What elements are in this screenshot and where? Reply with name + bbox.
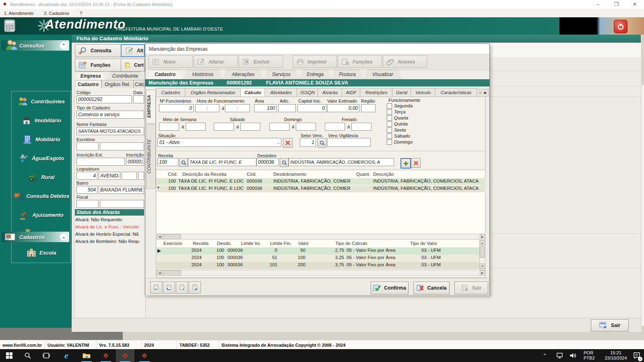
escritorio-num-field[interactable] [76,142,99,150]
nav-last-button[interactable] [189,282,201,294]
certidoes-button[interactable]: Cert [121,59,145,72]
receita-code-field[interactable] [157,158,178,166]
itab-calculo[interactable]: Cálculo [240,88,265,97]
sidebar-item-imobiliario[interactable]: Imobiliário [12,112,70,128]
main-vertical-scrollbar[interactable] [641,85,644,326]
sabado-fim[interactable] [240,123,260,131]
speaker-icon[interactable] [569,349,577,362]
logradouro-extra2-field[interactable] [138,172,144,180]
itab-restricoes[interactable]: Restrições [360,88,393,97]
itab-orgaos-relacionados[interactable]: Orgãos Relacionados [185,88,241,97]
fiscal-num-field[interactable] [76,200,99,208]
subtab-orgaos-rel[interactable]: Orgãos Rel. [101,80,134,89]
itab-caracteristicas[interactable]: Características [435,88,477,97]
nav-next-button[interactable] [176,282,188,294]
faixa-row[interactable]: 2024 100 000036 101 200 3,75 05 - Valor … [157,262,479,269]
hora-fim-field[interactable] [225,104,250,112]
checkbox-quinta[interactable] [387,121,392,127]
funcoes-tb-button[interactable]: Funções [338,56,382,68]
dtab-cadastro[interactable]: Cadastro [147,70,183,79]
collapse-chevron-icon[interactable]: ⌃ [60,42,67,49]
add-receita-button[interactable] [400,158,411,169]
scroll-left-icon[interactable]: ◀ [157,234,162,239]
nav-prev-button[interactable] [163,282,175,294]
sidebar-item-consulta-debitos[interactable]: Consulta Débitos [12,188,70,204]
logradouro-num-field[interactable] [76,172,97,180]
sidebar-section-cadastros[interactable]: Cadastros ⌄ [2,232,69,242]
receita-lookup-button[interactable] [179,158,188,167]
main-sair-button[interactable]: Sair [591,319,629,331]
network-icon[interactable] [556,349,564,362]
tab-empresa[interactable]: Empresa [75,72,106,80]
sidebar-item-agua-esgoto[interactable]: Água/Esgoto [12,150,70,166]
scroll-right-icon[interactable]: ▶ [480,270,485,276]
sidebar-section-consultas[interactable]: Consultas ⌃ [2,40,69,51]
bairro-num-field[interactable] [76,186,97,194]
codigo-field[interactable] [76,95,132,103]
subtab-calculo[interactable]: Cálc [134,80,146,89]
alterar-button[interactable]: Alt [121,44,145,57]
notifications-button[interactable]: 1 [633,349,641,362]
hora-inicio-field[interactable] [195,104,219,112]
app-window-2-button-active[interactable] [116,349,134,362]
anexos-button[interactable]: Anexos [383,56,427,68]
situacao-clear-button[interactable] [283,138,293,148]
valor-estimado-field[interactable] [327,104,359,112]
receita-desc-field[interactable] [188,158,256,166]
fiscal-field[interactable] [100,200,144,208]
faixa-row[interactable]: 2024 100 000036 51 100 3,25 05 - Valor F… [157,255,479,262]
func-field[interactable] [159,104,194,112]
checkbox-sexta[interactable] [387,128,392,133]
subtab-cadastro[interactable]: Cadastro [75,80,101,89]
nome-fantasia-field[interactable] [76,127,144,135]
close-button[interactable]: ✕ [625,0,644,9]
power-button[interactable] [614,20,627,33]
meio-semana-inicio[interactable] [159,123,179,131]
receitas-row[interactable]: 100 TAXA DE LIC. P/ FUNC. E LOC 000036 I… [157,178,485,185]
sidebar-item-escola[interactable]: Escola [12,245,70,261]
escritorio-field[interactable] [100,142,144,150]
maximize-button[interactable]: ❐ [607,0,625,9]
capital-field[interactable] [297,104,326,112]
menu-atendimento[interactable]: 1. Atendimento [4,11,33,16]
dialog-sair-button[interactable]: Sair [454,282,488,294]
checkbox-sabado[interactable] [387,134,392,139]
faixas-vscrollbar[interactable]: ▲ ▼ [479,240,485,269]
tray-chevron[interactable]: ⌃ [543,349,547,362]
data-field[interactable] [133,95,144,103]
domingo-fim[interactable] [296,123,316,131]
tray-clock[interactable]: 15:21 23/10/2024 [601,349,631,362]
funcoes-button[interactable]: Funções [75,59,125,72]
nav-first-button[interactable] [150,282,162,294]
sidebar-item-contribuintes[interactable]: Contribuintes [12,93,70,109]
app-window-3-button[interactable] [135,349,154,362]
checkbox-quarta[interactable] [387,115,392,121]
dtab-alteracoes[interactable]: Alterações [223,70,264,79]
checkbox-segunda[interactable] [387,103,392,109]
alterar-tb-button[interactable]: Alterar [194,56,238,68]
feriado-fim[interactable] [351,123,372,131]
task-view-button[interactable] [37,349,56,362]
dtab-historicos[interactable]: Históricos [183,70,223,79]
scroll-up-icon[interactable]: ▲ [480,241,485,246]
itab-cadastro[interactable]: Cadastro [156,88,186,97]
itab-veiculo[interactable]: Veículo [411,88,436,97]
scroll-down-icon[interactable]: ▼ [480,263,485,269]
setor-venc-field[interactable] [300,138,316,147]
expand-chevron-icon[interactable]: ⌄ [60,233,67,241]
inscricao-est-field[interactable] [76,158,125,166]
adic-field[interactable] [278,104,296,112]
remove-receita-button[interactable] [411,158,421,168]
scroll-left-icon[interactable]: ◀ [157,270,162,276]
itab-alvaras[interactable]: Alvarás [318,88,343,97]
consulta-button[interactable]: Consulta [75,44,125,57]
feriado-inicio[interactable] [325,123,345,131]
itab-aidf[interactable]: AIDF [342,88,361,97]
desdobro-desc-field[interactable] [289,158,394,166]
confirma-button[interactable]: Confirma [371,282,409,294]
novo-button[interactable]: Novo [149,56,193,68]
venc-vigilancia-field[interactable] [327,138,371,147]
menu-help[interactable]: ? [80,11,82,16]
meio-semana-fim[interactable] [186,123,206,131]
sidebar-item-ajuizamento[interactable]: Ajuizamento [12,207,70,223]
